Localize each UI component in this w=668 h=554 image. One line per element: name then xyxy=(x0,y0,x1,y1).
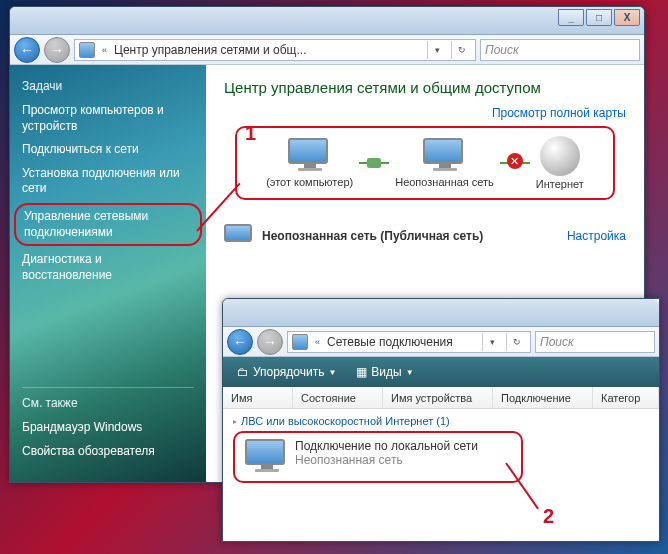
search-input[interactable]: Поиск xyxy=(535,331,655,353)
views-icon: ▦ xyxy=(356,365,367,379)
views-button[interactable]: ▦ Виды ▼ xyxy=(350,363,419,381)
page-title: Центр управления сетями и общим доступом xyxy=(224,79,626,96)
node-this-computer: (этот компьютер) xyxy=(266,138,353,188)
address-dropdown[interactable]: ▾ xyxy=(427,41,447,59)
customize-link[interactable]: Настройка xyxy=(567,229,626,243)
network-status-icon xyxy=(224,224,254,248)
back-button[interactable]: ← xyxy=(227,329,253,355)
connections-list: ЛВС или высокоскоростной Интернет (1) По… xyxy=(223,409,659,489)
computer-icon xyxy=(288,138,332,174)
sidebar-link-manage-connections[interactable]: Управление сетевыми подключениями xyxy=(14,203,202,246)
minimize-button[interactable]: _ xyxy=(558,9,584,26)
network-status-label: Неопознанная сеть (Публичная сеть) xyxy=(262,229,559,243)
network-connections-window: ← → « Сетевые подключения ▾ ↻ Поиск 🗀 Уп… xyxy=(222,298,660,542)
col-device[interactable]: Имя устройства xyxy=(383,387,493,408)
sidebar-link-diagnose[interactable]: Диагностика и восстановление xyxy=(22,248,194,287)
organize-button[interactable]: 🗀 Упорядочить ▼ xyxy=(231,363,342,381)
col-connection[interactable]: Подключение xyxy=(493,387,593,408)
network-icon xyxy=(423,138,467,174)
address-dropdown[interactable]: ▾ xyxy=(482,333,502,351)
address-text: Центр управления сетями и общ... xyxy=(114,43,423,57)
maximize-button[interactable]: □ xyxy=(586,9,612,26)
folder-icon: 🗀 xyxy=(237,365,249,379)
globe-icon xyxy=(540,136,580,176)
location-icon xyxy=(79,42,95,58)
node-label: Неопознанная сеть xyxy=(395,176,494,188)
lan-icon xyxy=(245,439,285,475)
node-network: Неопознанная сеть xyxy=(395,138,494,188)
organize-label: Упорядочить xyxy=(253,365,324,379)
breadcrumb-prefix: « xyxy=(99,45,110,55)
forward-button[interactable]: → xyxy=(257,329,283,355)
sidebar-link-connect[interactable]: Подключиться к сети xyxy=(22,138,194,162)
sidebar-heading: Задачи xyxy=(22,79,194,93)
connection-item-lan[interactable]: Подключение по локальной сети Неопознанн… xyxy=(233,431,523,483)
tasks-sidebar: Задачи Просмотр компьютеров и устройств … xyxy=(10,65,206,482)
sidebar-footer-heading: См. также xyxy=(22,387,194,410)
titlebar xyxy=(223,299,659,327)
connection-title: Подключение по локальной сети xyxy=(295,439,478,453)
close-button[interactable]: X xyxy=(614,9,640,26)
col-category[interactable]: Категор xyxy=(593,387,659,408)
refresh-button[interactable]: ↻ xyxy=(506,333,526,351)
column-headers: Имя Состояние Имя устройства Подключение… xyxy=(223,387,659,409)
sidebar-link-internet-options[interactable]: Свойства обозревателя xyxy=(22,440,194,464)
search-input[interactable]: Поиск xyxy=(480,39,640,61)
command-toolbar: 🗀 Упорядочить ▼ ▦ Виды ▼ xyxy=(223,357,659,387)
location-icon xyxy=(292,334,308,350)
address-bar[interactable]: « Сетевые подключения ▾ ↻ xyxy=(287,331,531,353)
chevron-down-icon: ▼ xyxy=(406,368,414,377)
group-header[interactable]: ЛВС или высокоскоростной Интернет (1) xyxy=(233,415,649,427)
chevron-down-icon: ▼ xyxy=(328,368,336,377)
col-status[interactable]: Состояние xyxy=(293,387,383,408)
views-label: Виды xyxy=(371,365,401,379)
address-text: Сетевые подключения xyxy=(327,335,478,349)
node-internet: Интернет xyxy=(536,136,584,190)
col-name[interactable]: Имя xyxy=(223,387,293,408)
connection-line-broken xyxy=(500,162,530,164)
sidebar-link-setup[interactable]: Установка подключения или сети xyxy=(22,162,194,201)
network-map: (этот компьютер) Неопознанная сеть Интер… xyxy=(235,126,615,200)
sidebar-link-view-computers[interactable]: Просмотр компьютеров и устройств xyxy=(22,99,194,138)
node-label: (этот компьютер) xyxy=(266,176,353,188)
nav-toolbar: ← → « Центр управления сетями и общ... ▾… xyxy=(10,35,644,65)
titlebar: _ □ X xyxy=(10,7,644,35)
network-status-row: Неопознанная сеть (Публичная сеть) Настр… xyxy=(224,216,626,248)
back-button[interactable]: ← xyxy=(14,37,40,63)
address-bar[interactable]: « Центр управления сетями и общ... ▾ ↻ xyxy=(74,39,476,61)
refresh-button[interactable]: ↻ xyxy=(451,41,471,59)
connection-line xyxy=(359,162,389,164)
forward-button[interactable]: → xyxy=(44,37,70,63)
breadcrumb-prefix: « xyxy=(312,337,323,347)
nav-toolbar: ← → « Сетевые подключения ▾ ↻ Поиск xyxy=(223,327,659,357)
view-full-map-link[interactable]: Просмотр полной карты xyxy=(224,106,626,120)
connection-subtitle: Неопознанная сеть xyxy=(295,453,478,467)
node-label: Интернет xyxy=(536,178,584,190)
sidebar-link-firewall[interactable]: Брандмауэр Windows xyxy=(22,416,194,440)
